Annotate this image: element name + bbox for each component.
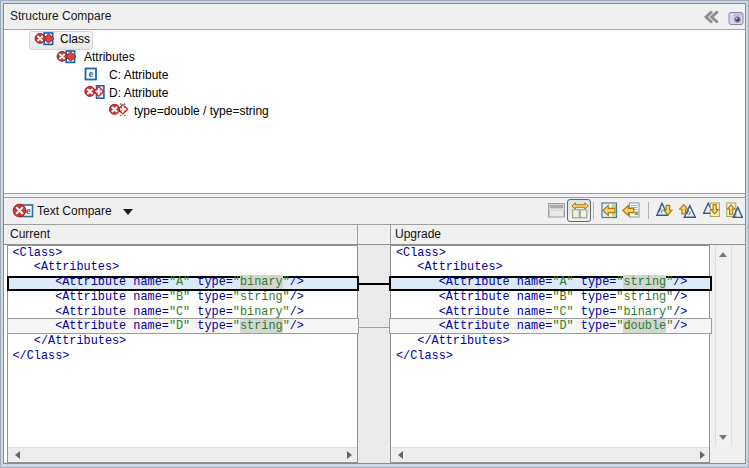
svg-text:e: e (88, 68, 93, 79)
